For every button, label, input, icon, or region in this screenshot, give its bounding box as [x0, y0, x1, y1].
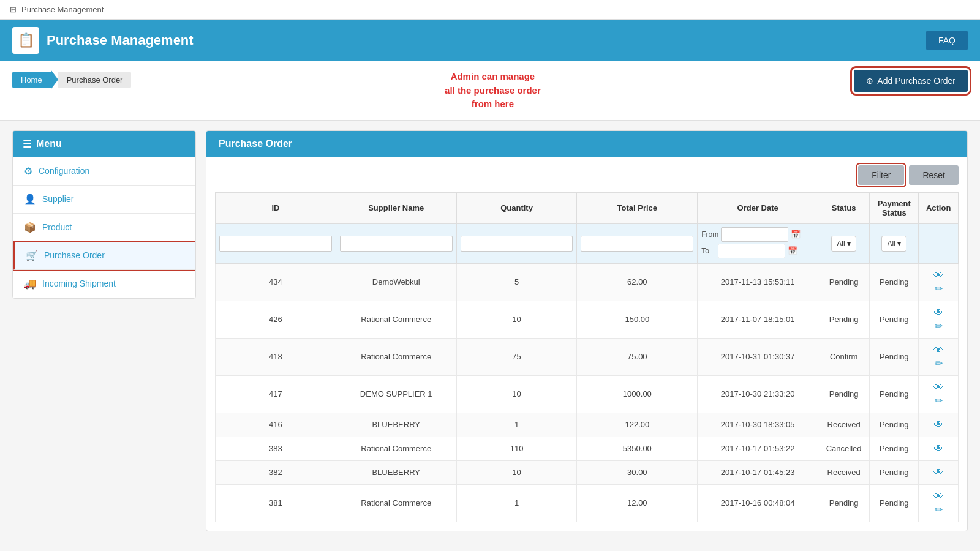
col-quantity: Quantity: [456, 192, 577, 223]
sidebar-item-supplier[interactable]: 👤 Supplier: [13, 186, 195, 214]
view-icon[interactable]: 👁: [933, 443, 943, 454]
edit-icon[interactable]: ✏: [935, 358, 943, 369]
edit-icon[interactable]: ✏: [935, 320, 943, 332]
menu-icon: ☰: [23, 138, 31, 150]
payment-dropdown[interactable]: All ▾: [881, 236, 907, 252]
cell-quantity: 5: [456, 263, 577, 301]
app-header: 📋 Purchase Management FAQ: [0, 20, 980, 61]
admin-note: Admin can manageall the purchase orderfr…: [445, 70, 541, 111]
cell-payment: Pending: [870, 437, 919, 460]
cell-action: 👁: [919, 437, 959, 460]
cell-status: Confirm: [818, 338, 870, 375]
filter-id-input[interactable]: [219, 236, 332, 252]
view-icon[interactable]: 👁: [933, 382, 943, 393]
action-icons: 👁 ✏: [924, 307, 953, 332]
cell-total: 150.00: [577, 301, 698, 338]
breadcrumb-arrow: [51, 70, 58, 89]
cell-action: 👁 ✏: [919, 263, 959, 301]
calendar-to-icon[interactable]: 📅: [788, 246, 797, 255]
table-row: 418 Rational Commerce 75 75.00 2017-10-3…: [216, 338, 959, 375]
filter-supplier-cell: [336, 223, 456, 263]
edit-icon[interactable]: ✏: [935, 395, 943, 407]
cell-action: 👁 ✏: [919, 301, 959, 338]
filter-date-from-row: From 📅: [701, 227, 814, 242]
filter-quantity-input[interactable]: [461, 236, 573, 252]
cell-total: 12.00: [577, 484, 698, 522]
sidebar-header-label: Menu: [36, 138, 62, 149]
filter-status-cell: All ▾: [818, 223, 870, 263]
status-dropdown[interactable]: All ▾: [831, 236, 856, 252]
cell-status: Pending: [818, 375, 870, 413]
cell-id: 381: [216, 484, 336, 522]
edit-icon[interactable]: ✏: [935, 283, 943, 294]
view-icon[interactable]: 👁: [933, 270, 943, 281]
table-body: 434 DemoWebkul 5 62.00 2017-11-13 15:53:…: [216, 263, 959, 522]
filter-id-cell: [216, 223, 336, 263]
view-icon[interactable]: 👁: [933, 345, 943, 356]
cell-quantity: 10: [456, 460, 577, 484]
cell-status: Pending: [818, 301, 870, 338]
filter-price-input[interactable]: [581, 236, 693, 252]
cell-id: 417: [216, 375, 336, 413]
filter-button[interactable]: Filter: [858, 165, 904, 185]
sidebar-header: ☰ Menu: [13, 131, 195, 157]
filter-action-cell: [919, 223, 959, 263]
sidebar-item-purchase-order[interactable]: 🛒 Purchase Order: [13, 242, 195, 270]
header-title: Purchase Management: [47, 32, 194, 48]
view-icon[interactable]: 👁: [933, 307, 943, 318]
cell-supplier: DemoWebkul: [336, 263, 456, 301]
filter-date-from-input[interactable]: [721, 227, 788, 242]
breadcrumb: Home Purchase Order: [12, 70, 131, 89]
cell-date: 2017-10-16 00:48:04: [698, 484, 818, 522]
sidebar-item-incoming-shipment[interactable]: 🚚 Incoming Shipment: [13, 270, 195, 298]
cell-date: 2017-11-13 15:53:11: [698, 263, 818, 301]
faq-button[interactable]: FAQ: [926, 31, 968, 50]
cell-date: 2017-10-17 01:53:22: [698, 437, 818, 460]
box-icon: 📦: [24, 222, 36, 233]
cell-quantity: 1: [456, 484, 577, 522]
col-order-date: Order Date: [698, 192, 818, 223]
add-purchase-button[interactable]: ⊕ Add Purchase Order: [854, 70, 968, 92]
header-left: 📋 Purchase Management: [12, 27, 194, 54]
col-id: ID: [216, 192, 336, 223]
sidebar-label-configuration: Configuration: [39, 166, 89, 176]
cell-action: 👁 ✏: [919, 375, 959, 413]
col-action: Action: [919, 192, 959, 223]
cell-id: 418: [216, 338, 336, 375]
sidebar-item-configuration[interactable]: ⚙ Configuration: [13, 157, 195, 186]
home-breadcrumb[interactable]: Home: [12, 72, 51, 88]
cell-supplier: BLUEBERRY: [336, 460, 456, 484]
content-header: Purchase Order: [206, 131, 967, 157]
cell-date: 2017-10-31 01:30:37: [698, 338, 818, 375]
calendar-from-icon[interactable]: 📅: [791, 230, 801, 239]
view-icon[interactable]: 👁: [933, 467, 943, 478]
sidebar-label-incoming-shipment: Incoming Shipment: [42, 279, 116, 288]
cell-date: 2017-10-17 01:45:23: [698, 460, 818, 484]
main-layout: ☰ Menu ⚙ Configuration 👤 Supplier 📦 Prod…: [0, 121, 980, 541]
cell-id: 416: [216, 413, 336, 437]
sidebar-label-purchase-order: Purchase Order: [44, 250, 105, 260]
cell-action: 👁: [919, 413, 959, 437]
filter-supplier-input[interactable]: [340, 236, 453, 252]
breadcrumb-row: Home Purchase Order Admin can manageall …: [0, 61, 980, 121]
filter-controls: Filter Reset: [215, 165, 959, 185]
cell-supplier: Rational Commerce: [336, 301, 456, 338]
reset-button[interactable]: Reset: [909, 165, 959, 185]
cell-date: 2017-11-07 18:15:01: [698, 301, 818, 338]
edit-icon[interactable]: ✏: [935, 504, 943, 515]
col-payment-status: PaymentStatus: [870, 192, 919, 223]
cell-supplier: Rational Commerce: [336, 437, 456, 460]
filter-date-to-row: To 📅: [701, 244, 814, 258]
cell-payment: Pending: [870, 263, 919, 301]
top-bar: ⊞ Purchase Management: [0, 0, 980, 20]
table-row: 381 Rational Commerce 1 12.00 2017-10-16…: [216, 484, 959, 522]
sidebar-item-product[interactable]: 📦 Product: [13, 214, 195, 242]
current-breadcrumb: Purchase Order: [58, 72, 132, 88]
filter-date-to-input[interactable]: [718, 244, 785, 258]
view-icon[interactable]: 👁: [933, 491, 943, 502]
sidebar-label-supplier: Supplier: [42, 194, 74, 204]
filter-date-cell: From 📅 To 📅: [698, 223, 818, 263]
col-total-price: Total Price: [577, 192, 698, 223]
cell-total: 30.00: [577, 460, 698, 484]
view-icon[interactable]: 👁: [933, 419, 943, 430]
